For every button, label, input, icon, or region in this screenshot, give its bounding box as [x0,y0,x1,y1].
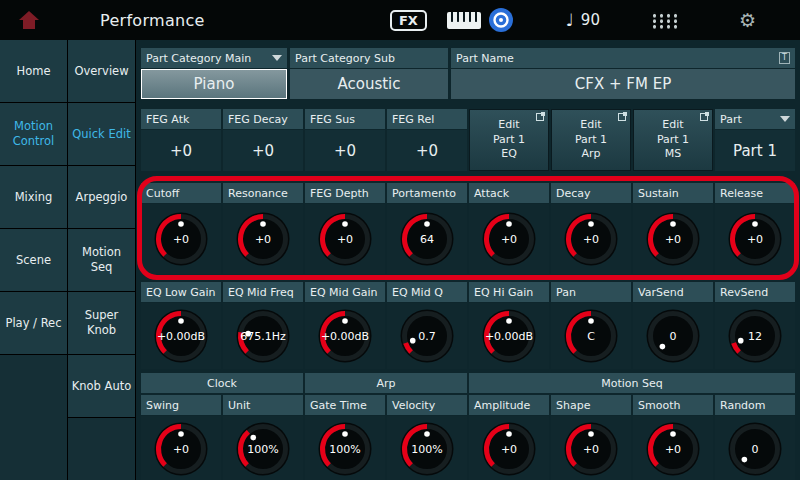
knob-cell-decay: Decay+0 [551,183,631,274]
knob-value: 675.1Hz [236,330,290,343]
sidebar-item-home[interactable]: Home [0,40,67,102]
sidebar-item-mixing[interactable]: Mixing [0,166,67,228]
knob-eq-mid-gain[interactable]: +0.00dB [318,309,372,363]
part-category-sub-value[interactable]: Acoustic [290,69,448,99]
knob-feg-depth[interactable]: +0 [318,212,372,266]
knob-label-decay: Decay [551,183,631,203]
param-value-feg-atk[interactable]: +0 [141,130,221,171]
knob-cell-revsend: RevSend12 [715,282,795,369]
performance-screen: Performance FX ♩ 90 ⚙ HomeMotion Control… [0,0,800,480]
knob-value: 0 [646,330,700,343]
param-value-feg-rel[interactable]: +0 [387,130,467,171]
edit-part-button-ms[interactable]: EditPart 1MS [633,109,713,171]
knob-cell-smooth: Smooth+0 [633,395,713,480]
part-category-main-dropdown[interactable]: Part Category Main [141,48,287,68]
knob-eq-low-gain[interactable]: +0.00dB [154,309,208,363]
part-selector: PartPart 1 [715,109,795,171]
knob-area: 0 [715,416,795,480]
part-header-row: Part Category Main Piano Part Category S… [141,48,795,99]
sidebar-item-label: Play / Rec [5,316,61,331]
knob-velocity[interactable]: 100% [400,422,454,476]
knob-shape[interactable]: +0 [564,422,618,476]
home-icon[interactable] [18,11,40,29]
knob-smooth[interactable]: +0 [646,422,700,476]
knob-area: +0.00dB [305,303,385,369]
knob-area: +0 [141,204,221,274]
keyboard-icon[interactable] [447,12,481,29]
knob-cell-swing: Swing+0 [141,395,221,480]
part-category-main: Part Category Main Piano [141,48,287,99]
part-select-header[interactable]: Part [715,109,795,129]
knob-eq-hi-gain[interactable]: +0.00dB [482,309,536,363]
knob-random[interactable]: 0 [728,422,782,476]
knob-cell-unit: Unit100% [223,395,303,480]
knob-area: +0 [305,204,385,274]
knob-label-pan: Pan [551,282,631,302]
knob-portamento[interactable]: 64 [400,212,454,266]
knob-cutoff[interactable]: +0 [154,212,208,266]
part-category-sub-dropdown[interactable]: Part Category Sub [290,48,448,68]
knob-label-gate-time: Gate Time [305,395,385,415]
sidebar-item-overview[interactable]: Overview [68,40,135,102]
knob-cell-portamento: Portamento64 [387,183,467,274]
knob-cell-sustain: Sustain+0 [633,183,713,274]
knob-area: +0.00dB [469,303,549,369]
part-category-sub: Part Category Sub Acoustic [290,48,448,99]
knob-varsend[interactable]: 0 [646,309,700,363]
matrix-grid-icon[interactable] [650,12,681,29]
knob-cell-attack: Attack+0 [469,183,549,274]
param-cell-feg-rel: FEG Rel+0 [387,109,467,171]
knob-gate-time[interactable]: 100% [318,422,372,476]
sidebar-item-scene[interactable]: Scene [0,229,67,291]
knob-label-varsend: VarSend [633,282,713,302]
knob-label-smooth: Smooth [633,395,713,415]
part-name-value[interactable]: CFX + FM EP [451,69,795,99]
knob-cell-velocity: Velocity100% [387,395,467,480]
knob-release[interactable]: +0 [728,212,782,266]
sidebar-item-quick-edit[interactable]: Quick Edit [68,103,135,165]
knob-area: +0 [469,204,549,274]
knob-area: 0 [633,303,713,369]
edit-button-label: Part 1 [575,133,607,148]
knob-attack[interactable]: +0 [482,212,536,266]
settings-gear-icon[interactable]: ⚙ [739,11,756,30]
group-header-row: ClockArpMotion Seq [141,373,795,393]
param-label: FEG Decay [223,109,303,129]
sidebar-item-motion-control[interactable]: Motion Control [0,103,67,165]
knob-decay[interactable]: +0 [564,212,618,266]
knob-eq-mid-q[interactable]: 0.7 [400,309,454,363]
sidebar-item-knob-auto[interactable]: Knob Auto [68,355,135,417]
knob-eq-mid-freq[interactable]: 675.1Hz [236,309,290,363]
knob-sustain[interactable]: +0 [646,212,700,266]
knob-label-unit: Unit [223,395,303,415]
param-value-feg-decay[interactable]: +0 [223,130,303,171]
motion-control-icon[interactable] [488,7,514,33]
knob-resonance[interactable]: +0 [236,212,290,266]
knob-revsend[interactable]: 12 [728,309,782,363]
fx-indicator[interactable]: FX [390,10,427,31]
knob-area: 12 [715,303,795,369]
sidebar-item-label: Motion Seq [71,245,132,275]
edit-part-button-arp[interactable]: EditPart 1Arp [551,109,631,171]
param-cell-feg-decay: FEG Decay+0 [223,109,303,171]
knob-label-eq-low-gain: EQ Low Gain [141,282,221,302]
edit-button-label: MS [665,147,681,162]
knob-unit[interactable]: 100% [236,422,290,476]
edit-part-button-eq[interactable]: EditPart 1EQ [469,109,549,171]
sidebar-item-super-knob[interactable]: Super Knob [68,292,135,354]
knob-swing[interactable]: +0 [154,422,208,476]
sidebar-item-motion-seq[interactable]: Motion Seq [68,229,135,291]
param-value-feg-sus[interactable]: +0 [305,130,385,171]
text-input-icon[interactable]: T [779,52,790,64]
tempo-value[interactable]: 90 [581,11,600,29]
knob-cell-resonance: Resonance+0 [223,183,303,274]
sidebar-item-play-rec[interactable]: Play / Rec [0,292,67,354]
knob-pan[interactable]: C [564,309,618,363]
knob-value: 0.7 [400,330,454,343]
sidebar-item-arpeggio[interactable]: Arpeggio [68,166,135,228]
part-category-main-value[interactable]: Piano [141,69,287,99]
knob-amplitude[interactable]: +0 [482,422,536,476]
knob-value: +0 [728,233,782,246]
knob-value: +0 [154,233,208,246]
param-label: FEG Atk [141,109,221,129]
